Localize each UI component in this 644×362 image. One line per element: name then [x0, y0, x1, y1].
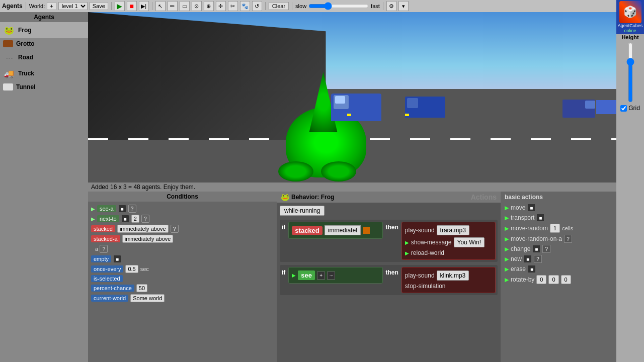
new-label: new	[511, 255, 522, 262]
new-q[interactable]: ?	[534, 255, 542, 263]
rule1-show-message-value[interactable]: You Win!	[454, 237, 485, 247]
stacked-q[interactable]: ?	[171, 225, 179, 233]
rule1-stacked-tag[interactable]: stacked	[292, 226, 322, 235]
percent-chance-tag[interactable]: percent-chance	[91, 285, 134, 292]
transport-box[interactable]: ■	[536, 214, 544, 222]
rotate-label: rotate-by	[511, 276, 534, 283]
next-to-box[interactable]: ■	[121, 215, 129, 223]
cond-percent-chance: percent-chance 50	[91, 284, 274, 292]
rule2-play-sound-label: play-sound	[405, 272, 435, 279]
next-to-q[interactable]: ?	[141, 215, 149, 223]
see-a-box[interactable]: ■	[118, 205, 126, 213]
speed-slider[interactable]	[308, 2, 369, 10]
pointer-icon[interactable]: ↖	[155, 1, 166, 11]
height-label: Height	[621, 34, 638, 40]
rotate-v1[interactable]: 0	[536, 275, 546, 284]
action-move-random-on-a: ▶ move-random-on-a ?	[501, 234, 616, 244]
rotate-v3[interactable]: 0	[561, 275, 571, 284]
empty-btn[interactable]: ■	[113, 255, 121, 263]
world-select[interactable]: level 1	[58, 2, 88, 10]
save-button[interactable]: Save	[90, 2, 108, 10]
next-to-tag[interactable]: next-to	[97, 215, 119, 222]
percent-chance-value[interactable]: 50	[136, 284, 147, 292]
change-box[interactable]: ■	[532, 245, 540, 253]
settings-icon[interactable]: ⚙	[386, 1, 396, 11]
grid-check: Grid	[620, 105, 640, 112]
grid-checkbox[interactable]	[620, 105, 627, 112]
conditions-header: Conditions	[88, 192, 277, 202]
pencil-icon[interactable]: ✏	[168, 1, 178, 11]
see-a-tag[interactable]: see-a	[97, 205, 116, 212]
rule2-see-arrow-btn[interactable]: →	[327, 272, 335, 280]
rule2-see-btn[interactable]: +	[317, 272, 325, 280]
move-random-on-a-q[interactable]: ?	[564, 235, 572, 243]
empty-tag[interactable]: empty	[91, 255, 111, 262]
move-icon[interactable]: ✛	[216, 1, 226, 11]
canvas-area[interactable]	[88, 12, 616, 183]
once-every-tag[interactable]: once-every	[91, 265, 123, 273]
move-random-arrow: ▶	[505, 225, 509, 232]
agent-item-grotto[interactable]: Grotto	[0, 38, 88, 49]
truck-1	[331, 94, 381, 121]
erase-box[interactable]: ■	[528, 265, 536, 273]
next-to-value[interactable]: 2	[131, 215, 139, 223]
stacked-a-tag[interactable]: stacked-a	[91, 235, 120, 242]
stacked-a-value[interactable]: immediately above	[122, 235, 174, 243]
avatar-name: AgentCubes	[618, 23, 643, 28]
change-q[interactable]: ?	[542, 245, 550, 253]
rule1-action3: ▶ reload-world	[405, 249, 492, 256]
agents-label: Agents	[2, 3, 23, 10]
clear-button[interactable]: Clear	[269, 2, 289, 10]
while-running-button[interactable]: while-running	[280, 206, 325, 216]
transport-arrow: ▶	[505, 215, 509, 221]
stacked-a-q[interactable]: ?	[100, 245, 108, 253]
current-world-value[interactable]: Some world	[130, 294, 165, 302]
avatar-status: online	[624, 28, 636, 33]
status-message: Added 16 x 3 = 48 agents. Enjoy them.	[91, 184, 195, 191]
basic-actions-header: basic actions	[501, 192, 616, 203]
agent-item-road[interactable]: - - - Road	[0, 49, 88, 65]
grid-label: Grid	[628, 105, 640, 112]
settings-arrow[interactable]: ▾	[398, 1, 409, 11]
world-add-button[interactable]: +	[47, 2, 56, 10]
rule1-immediately-tag[interactable]: immediatel	[325, 225, 361, 235]
bucket-icon[interactable]: ⊕	[204, 1, 214, 11]
new-box[interactable]: ■	[524, 255, 532, 263]
rotate-v2[interactable]: 0	[548, 275, 558, 284]
rect-icon[interactable]: ▭	[180, 1, 190, 11]
stacked-value[interactable]: immediately above	[117, 225, 169, 233]
tunnel-icon	[3, 83, 13, 90]
height-slider[interactable]	[625, 42, 635, 103]
agent-icon[interactable]: 🐾	[240, 1, 250, 11]
height-slider-container	[625, 42, 635, 103]
move-box[interactable]: ■	[527, 204, 535, 212]
rule2-play-sound-value[interactable]: klink.mp3	[437, 270, 469, 281]
stacked-tag[interactable]: stacked	[91, 225, 115, 232]
rule2-see-tag[interactable]: see	[298, 270, 315, 280]
agent-item-tunnel[interactable]: Tunnel	[0, 81, 88, 93]
step-button[interactable]: ▶|	[139, 1, 149, 11]
frog-icon: 🐸	[3, 24, 15, 36]
cond-stacked-a-sub: a ?	[91, 245, 274, 253]
agent-item-truck[interactable]: 🚚 Truck	[0, 65, 88, 81]
truck-3-top	[585, 101, 595, 109]
lasso-icon[interactable]: ⊙	[192, 1, 202, 11]
rule1-reload-label: reload-world	[411, 249, 444, 256]
rule1-orange-box[interactable]	[363, 227, 370, 234]
see-a-q[interactable]: ?	[128, 205, 136, 213]
action-rotate-by: ▶ rotate-by 0 0 0	[501, 274, 616, 285]
cond-next-to: ▶ next-to ■ 2 ?	[91, 215, 274, 223]
move-random-value[interactable]: 1	[550, 224, 560, 233]
play-button[interactable]: ▶	[115, 1, 125, 11]
transport-label: transport	[511, 214, 534, 221]
rule1-play-sound-value[interactable]: trara.mp3	[437, 225, 469, 235]
once-every-value[interactable]: 0.5	[125, 265, 138, 273]
erase-arrow: ▶	[505, 266, 509, 273]
refresh-icon[interactable]: ↺	[252, 1, 262, 11]
is-selected-tag[interactable]: is-selected	[91, 275, 123, 282]
current-world-tag[interactable]: current-world	[91, 295, 128, 302]
stop-button[interactable]: ■	[127, 1, 137, 11]
agent-item-frog[interactable]: 🐸 Frog	[0, 22, 88, 38]
cut-icon[interactable]: ✂	[228, 1, 238, 11]
move-label: move	[511, 204, 525, 211]
